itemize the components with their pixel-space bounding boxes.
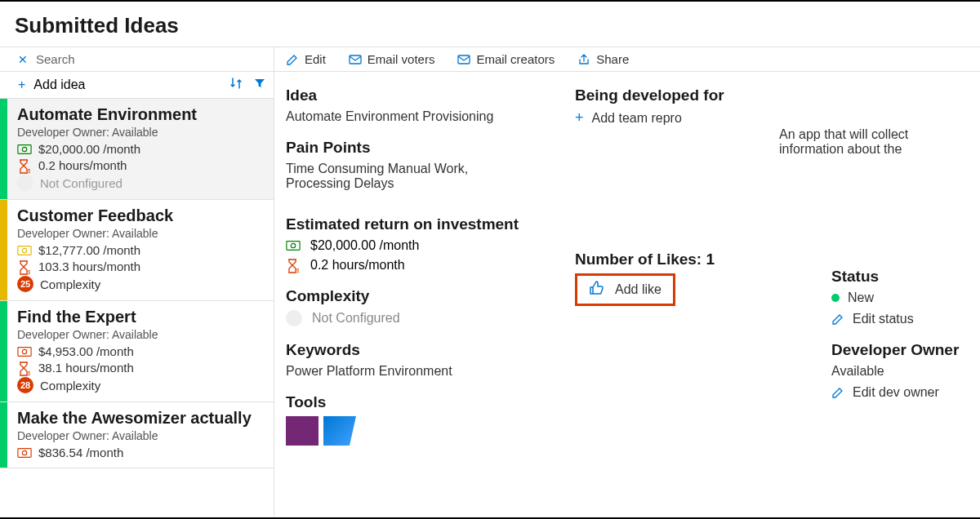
item-money-row: $836.54 /month xyxy=(17,446,264,459)
pencil-icon xyxy=(831,313,844,326)
pencil-icon xyxy=(831,386,844,399)
complexity-value: Not Configured xyxy=(312,311,400,326)
add-team-repro-label: Add team repro xyxy=(592,111,682,126)
status-heading: Status xyxy=(831,268,969,286)
edit-dev-owner-label: Edit dev owner xyxy=(853,385,939,400)
svg-text:$: $ xyxy=(28,269,30,275)
money-icon xyxy=(17,245,32,256)
svg-point-4 xyxy=(22,248,26,252)
item-complexity-row: 28 Complexity xyxy=(17,377,264,393)
money-icon xyxy=(17,447,32,459)
page-header: Submitted Ideas xyxy=(0,2,980,47)
sidebar: ✕ Search + Add idea Automate Environment… xyxy=(0,47,274,517)
idea-list: Automate Environment Developer Owner: Av… xyxy=(0,99,274,517)
search-input[interactable]: Search xyxy=(36,52,265,66)
mail-icon xyxy=(349,54,362,65)
detail-panel: An app that will collect information abo… xyxy=(274,72,980,517)
description-text: An app that will collect information abo… xyxy=(779,127,951,157)
col-left: Idea Automate Environment Provisioning P… xyxy=(286,86,572,460)
svg-point-10 xyxy=(22,450,26,455)
item-hours-row: $ 38.1 hours/month xyxy=(17,361,264,375)
developed-for-heading: Being developed for xyxy=(575,86,804,104)
status-color-bar xyxy=(0,402,7,468)
svg-text:$: $ xyxy=(296,268,299,273)
svg-text:$: $ xyxy=(28,370,30,376)
search-row[interactable]: ✕ Search xyxy=(0,47,274,72)
add-idea-label[interactable]: Add idea xyxy=(33,78,218,92)
plus-icon[interactable]: + xyxy=(18,78,25,92)
plus-icon: + xyxy=(575,109,584,126)
idea-list-item[interactable]: Find the Expert Developer Owner: Availab… xyxy=(0,301,274,402)
email-creators-label: Email creators xyxy=(476,52,555,66)
col-mid: Being developed for + Add team repro Num… xyxy=(575,86,804,460)
add-team-repro-button[interactable]: + Add team repro xyxy=(575,109,804,126)
item-owner: Developer Owner: Available xyxy=(17,429,264,442)
money-icon xyxy=(17,346,32,357)
item-owner: Developer Owner: Available xyxy=(17,227,264,240)
svg-rect-13 xyxy=(287,242,300,251)
thumbs-up-icon xyxy=(589,281,605,299)
hourglass-icon: $ xyxy=(286,259,301,272)
item-owner: Developer Owner: Available xyxy=(17,126,264,139)
svg-text:$: $ xyxy=(28,168,30,174)
svg-rect-12 xyxy=(458,55,470,64)
svg-point-1 xyxy=(22,147,26,151)
roi-heading: Estimated return on investment xyxy=(286,215,572,233)
item-title: Find the Expert xyxy=(17,308,264,326)
tool-icon-blue[interactable] xyxy=(323,416,356,446)
edit-label: Edit xyxy=(305,52,326,66)
tool-icons xyxy=(286,416,572,446)
roi-hours-value: 0.2 hours/month xyxy=(310,258,405,273)
complexity-heading: Complexity xyxy=(286,287,572,305)
svg-point-14 xyxy=(291,243,295,247)
share-label: Share xyxy=(596,52,629,66)
item-title: Automate Environment xyxy=(17,105,264,124)
share-button[interactable]: Share xyxy=(577,52,629,66)
dev-owner-heading: Developer Owner xyxy=(831,341,969,359)
svg-rect-9 xyxy=(18,448,31,457)
idea-value: Automate Environment Provisioning xyxy=(286,109,572,124)
tools-heading: Tools xyxy=(286,393,572,411)
status-dot-icon xyxy=(831,294,840,302)
edit-button[interactable]: Edit xyxy=(286,52,326,66)
complexity-badge xyxy=(17,175,33,191)
status-color-bar xyxy=(0,99,7,199)
item-hours-row: $ 103.3 hours/month xyxy=(17,260,264,273)
hourglass-icon: $ xyxy=(17,159,32,172)
complexity-badge: 28 xyxy=(17,377,33,393)
email-voters-label: Email voters xyxy=(368,52,435,66)
money-icon xyxy=(17,144,32,155)
page-title: Submitted Ideas xyxy=(15,13,965,38)
svg-rect-6 xyxy=(18,347,31,356)
likes-heading: Number of Likes: 1 xyxy=(575,251,804,268)
svg-rect-11 xyxy=(350,55,361,64)
status-color-bar xyxy=(0,301,7,401)
keywords-heading: Keywords xyxy=(286,341,572,359)
edit-status-button[interactable]: Edit status xyxy=(831,312,969,326)
pencil-icon xyxy=(286,53,299,66)
status-value: New xyxy=(831,291,969,305)
idea-heading: Idea xyxy=(286,86,572,104)
edit-dev-owner-button[interactable]: Edit dev owner xyxy=(831,385,969,400)
share-icon xyxy=(577,53,590,66)
tool-icon-purple[interactable] xyxy=(286,416,318,446)
item-complexity-row: 25 Complexity xyxy=(17,276,264,292)
add-like-button[interactable]: Add like xyxy=(575,273,675,306)
close-icon[interactable]: ✕ xyxy=(18,53,28,66)
item-title: Make the Awesomizer actually xyxy=(17,409,264,428)
edit-status-label: Edit status xyxy=(853,312,914,326)
idea-list-item[interactable]: Automate Environment Developer Owner: Av… xyxy=(0,99,274,200)
item-money-row: $4,953.00 /month xyxy=(17,344,264,358)
complexity-badge xyxy=(286,310,302,326)
email-voters-button[interactable]: Email voters xyxy=(349,52,435,66)
complexity-badge: 25 xyxy=(17,276,33,292)
content-area: Edit Email voters Email creators Share A… xyxy=(274,47,980,517)
sort-icon[interactable] xyxy=(229,77,243,93)
idea-list-item[interactable]: Customer Feedback Developer Owner: Avail… xyxy=(0,200,274,301)
idea-list-item[interactable]: Make the Awesomizer actually Developer O… xyxy=(0,402,274,468)
email-creators-button[interactable]: Email creators xyxy=(457,52,555,66)
main-layout: ✕ Search + Add idea Automate Environment… xyxy=(0,47,980,517)
item-title: Customer Feedback xyxy=(17,206,264,225)
item-complexity-row: Not Configured xyxy=(17,175,264,191)
filter-icon[interactable] xyxy=(254,78,265,92)
